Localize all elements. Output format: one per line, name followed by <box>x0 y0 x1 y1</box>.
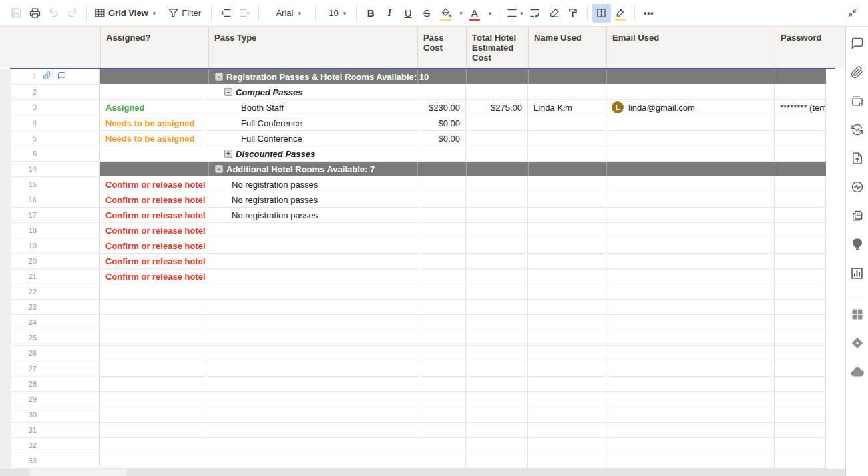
row-number-cell[interactable]: 23 <box>11 300 100 315</box>
cell-assigned[interactable]: Confirm or release hotel <box>100 238 208 254</box>
cell-password[interactable] <box>775 223 826 238</box>
cell-email_used[interactable] <box>606 361 775 377</box>
cell-pass_cost[interactable] <box>417 438 466 453</box>
rail-premium-diamond-icon[interactable] <box>849 336 866 353</box>
cell-total_hotel[interactable] <box>466 407 528 423</box>
cell-email_used[interactable] <box>606 315 775 330</box>
cell-password[interactable]: ******** (temp <box>775 100 826 115</box>
format-painter-button[interactable] <box>564 4 582 23</box>
cell-total_hotel[interactable]: $275.00 <box>466 100 528 115</box>
cell-email_used[interactable] <box>606 284 775 300</box>
cell-password[interactable] <box>775 177 826 192</box>
cell-pass_type[interactable]: No registration passes <box>208 177 417 192</box>
cell-total_hotel[interactable] <box>466 131 528 146</box>
cell-password[interactable] <box>775 131 826 146</box>
cell-pass_cost[interactable]: $230.00 <box>417 100 466 115</box>
cell-password[interactable] <box>775 284 826 300</box>
cell-pass_cost[interactable] <box>417 407 466 423</box>
filter-button[interactable]: Filter <box>165 4 206 23</box>
rail-balloon-icon[interactable] <box>849 237 866 254</box>
cell-total_hotel[interactable] <box>466 315 528 330</box>
section-row-band[interactable]: -Registration Passes & Hotel Rooms Avail… <box>100 69 826 85</box>
cell-pass_type[interactable]: No registration passes <box>208 208 417 223</box>
row-number-cell[interactable]: 1 <box>11 69 100 85</box>
cell-assigned[interactable] <box>100 392 208 407</box>
font-size-selector[interactable]: 10 ▾ <box>320 4 351 23</box>
cell-pass_cost[interactable] <box>417 254 466 269</box>
cell-total_hotel[interactable] <box>466 330 528 346</box>
cell-pass_type[interactable]: Full Conference <box>208 131 417 146</box>
cell-email_used[interactable] <box>606 438 775 453</box>
cell-pass_type[interactable] <box>208 361 417 377</box>
cell-pass_cost[interactable] <box>417 269 466 284</box>
cell-pass_type[interactable] <box>208 238 417 254</box>
cell-pass_cost[interactable] <box>417 284 466 300</box>
cell-assigned[interactable]: Confirm or release hotel <box>100 208 208 223</box>
cell-pass_cost[interactable] <box>417 361 466 377</box>
cell-email_used[interactable] <box>606 115 775 131</box>
cell-assigned[interactable] <box>100 377 208 392</box>
rail-attachments-icon[interactable] <box>849 65 866 82</box>
cell-assigned[interactable] <box>100 407 208 423</box>
row-number-cell[interactable]: 20 <box>11 254 100 269</box>
cell-email_used[interactable] <box>606 269 775 284</box>
cell-email_used[interactable] <box>606 453 775 469</box>
cell-password[interactable] <box>775 115 826 131</box>
cell-total_hotel[interactable] <box>466 284 528 300</box>
row-number-cell[interactable]: 30 <box>11 407 100 423</box>
rail-apps-grid-icon[interactable] <box>849 307 866 324</box>
redo-button[interactable] <box>63 4 81 23</box>
row-number-cell[interactable]: 16 <box>11 192 100 208</box>
rail-summary-icon[interactable] <box>849 208 866 226</box>
row-number-cell[interactable]: 2 <box>11 85 100 100</box>
cell-name_used[interactable] <box>528 407 606 423</box>
row-number-cell[interactable]: 17 <box>11 208 100 223</box>
text-color-button[interactable]: A <box>465 4 484 23</box>
cell-pass_type[interactable] <box>208 423 417 438</box>
cell-total_hotel[interactable] <box>466 85 528 100</box>
cell-name_used[interactable] <box>528 208 606 223</box>
cell-pass_type[interactable] <box>208 438 417 453</box>
cell-assigned[interactable]: Assigned <box>100 100 208 115</box>
cell-password[interactable] <box>775 453 826 469</box>
highlight-button[interactable] <box>611 4 630 23</box>
cell-pass_type[interactable] <box>208 254 417 269</box>
cell-name_used[interactable] <box>528 423 606 438</box>
row-number-cell[interactable]: 4 <box>11 115 100 131</box>
cell-pass_type[interactable]: Booth Staff <box>208 100 417 115</box>
row-number-cell[interactable]: 24 <box>11 315 100 330</box>
cell-email_used[interactable] <box>606 392 775 407</box>
cell-password[interactable] <box>775 269 826 284</box>
column-header-pass_type[interactable]: Pass Type <box>208 27 417 68</box>
more-options-button[interactable]: ••• <box>640 4 658 23</box>
cell-name_used[interactable] <box>528 254 606 269</box>
cell-pass_type[interactable] <box>208 330 417 346</box>
cell-assigned[interactable] <box>100 85 208 100</box>
italic-button[interactable]: I <box>380 4 399 23</box>
align-button[interactable]: ▾ <box>504 4 526 23</box>
cell-name_used[interactable] <box>528 223 606 238</box>
cell-total_hotel[interactable] <box>466 377 528 392</box>
cell-pass_cost[interactable] <box>417 315 466 330</box>
row-number-cell[interactable]: 29 <box>11 392 100 407</box>
collapse-toggle[interactable]: - <box>215 73 223 81</box>
attachment-icon[interactable] <box>43 71 51 83</box>
strikethrough-button[interactable]: S <box>417 4 436 23</box>
cell-email_used[interactable] <box>606 346 775 361</box>
cell-total_hotel[interactable] <box>466 361 528 377</box>
bold-button[interactable]: B <box>361 4 380 23</box>
comment-icon[interactable] <box>57 71 66 83</box>
cell-total_hotel[interactable] <box>466 438 528 453</box>
rail-comments-icon[interactable] <box>849 36 866 53</box>
cell-email_used[interactable] <box>606 407 775 423</box>
cell-name_used[interactable] <box>528 453 606 469</box>
cell-email_used[interactable] <box>606 223 775 238</box>
cell-name_used[interactable] <box>528 177 606 192</box>
cell-password[interactable] <box>775 423 826 438</box>
cell-name_used[interactable] <box>528 330 606 346</box>
cell-password[interactable] <box>775 238 826 254</box>
cell-pass_cost[interactable] <box>417 377 466 392</box>
cell-pass_type[interactable]: -Comped Passes <box>208 85 417 100</box>
rail-update-requests-icon[interactable] <box>849 122 866 140</box>
row-number-cell[interactable]: 3 <box>11 100 100 115</box>
